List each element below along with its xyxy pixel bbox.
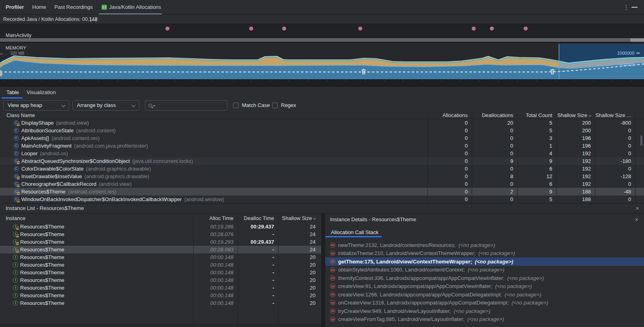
axis-tick <box>636 53 640 53</box>
class-name: WindowOnBackInvokedDispatcher$OnBackInvo… <box>21 195 182 203</box>
column-total-count[interactable]: Total Count <box>517 112 556 119</box>
vertical-scrollbar[interactable] <box>640 135 642 146</box>
shallow-size-value: 192 <box>556 165 595 173</box>
allocation-event-dot[interactable] <box>282 27 286 31</box>
tab-home[interactable]: Home <box>32 0 46 14</box>
call-stack-frame[interactable]: m createViewFromTag:885, Landroid/view/L… <box>325 315 644 324</box>
call-stack-frame[interactable]: m newTheme:2132, Landroid/content/res/Re… <box>325 241 644 249</box>
column-alloc-time[interactable]: Alloc Time <box>193 214 237 223</box>
class-package: (android.com.java.profilertester) <box>74 142 148 150</box>
allocation-event-dot[interactable] <box>249 27 253 31</box>
match-case-checkbox[interactable] <box>233 103 239 108</box>
method-icon: m <box>330 317 335 322</box>
instance-row[interactable]: I Resources$Theme 00:00.148 - 20 <box>0 284 321 292</box>
minimize-icon[interactable] <box>632 7 638 8</box>
allocation-event-dot[interactable] <box>524 27 528 31</box>
match-case-label[interactable]: Match Case <box>242 99 270 112</box>
more-options-icon[interactable]: ⋮ <box>623 3 630 11</box>
instance-row[interactable]: I Resources$Theme 00:19.293 00:29.437 24 <box>0 238 321 246</box>
memory-chart-panel[interactable]: MEMORY 320 MB 1000000 500000 <box>0 42 644 79</box>
instance-row[interactable]: I Resources$Theme 00:00.148 - 20 <box>0 261 321 269</box>
arrange-select[interactable]: Arrange by class <box>72 100 139 111</box>
shallow-size-value: 188 <box>556 195 595 203</box>
instance-row[interactable]: I Resources$Theme 00:00.148 - 20 <box>0 269 321 276</box>
call-stack-frame[interactable]: m obtainStyledAttributes:1060, Landroid/… <box>325 266 644 274</box>
column-dealloc-time[interactable]: Dealloc Time <box>237 214 278 223</box>
column-shallow-size[interactable]: Shallow Size <box>278 214 321 223</box>
instance-name: Resources$Theme <box>20 284 64 292</box>
class-name: DisplayShape <box>21 119 54 127</box>
call-stack-frame[interactable]: m themifyContext:336, Landroidx/appcompa… <box>325 274 644 282</box>
separator <box>88 16 89 23</box>
event-track[interactable]: MainActivity <box>0 24 644 38</box>
instance-row[interactable]: I Resources$Theme 00:00.148 - 20 <box>0 276 321 284</box>
call-stack-frame[interactable]: m getTheme:175, Landroid/view/ContextThe… <box>325 257 644 266</box>
panel-footer <box>0 325 321 327</box>
regex-checkbox[interactable] <box>272 103 278 108</box>
class-table-row[interactable]: C AttributionSourceState (android.conten… <box>0 127 644 134</box>
search-field[interactable] <box>145 100 227 111</box>
tab-profiler[interactable]: Profiler <box>6 0 24 14</box>
shallow-size2-value: -128 <box>595 173 635 180</box>
heap-select[interactable]: View app heap <box>3 100 69 111</box>
allocation-event-dot[interactable] <box>472 27 476 31</box>
column-allocations[interactable]: Allocations <box>427 112 472 119</box>
call-stack-frame[interactable]: m createView:1266, Landroidx/appcompat/a… <box>325 290 644 299</box>
frame-package: (<no package>) <box>495 283 532 289</box>
activity-lifecycle-bar[interactable] <box>0 38 644 42</box>
class-table-row[interactable]: C Resources$Theme (android.content.res) … <box>0 188 644 195</box>
instance-icon: I <box>13 224 18 229</box>
tab-table[interactable]: Table <box>6 86 19 98</box>
regex-label[interactable]: Regex <box>281 99 296 112</box>
instance-row[interactable]: I Resources$Theme 00:28.076 - 24 <box>0 230 321 238</box>
zoom-to-fit-icon[interactable]: |↔| <box>89 15 97 23</box>
panel-splitter[interactable] <box>321 214 325 327</box>
call-stack-frame[interactable]: m initializeTheme:210, Landroid/view/Con… <box>325 249 644 258</box>
class-table-row[interactable]: C Choreographer$CallbackRecord (android.… <box>0 180 644 188</box>
class-table-row[interactable]: C InsetDrawable$InsetValue (android.grap… <box>0 173 644 180</box>
instance-row[interactable]: I Resources$Theme 00:00.148 - 20 <box>0 253 321 261</box>
tab-java-kotlin-allocations[interactable]: Java/Kotlin Allocations <box>109 0 161 14</box>
column-deallocations[interactable]: Deallocations <box>472 112 517 119</box>
column-shallow-size-2[interactable]: Shallow Size ... <box>595 112 635 119</box>
scrollbar-gutter <box>635 150 644 157</box>
scrollbar-gutter <box>635 173 644 180</box>
instance-row[interactable]: I Resources$Theme 00:00.148 - 20 <box>0 292 321 299</box>
tab-past-recordings[interactable]: Past Recordings <box>54 0 93 14</box>
tab-visualization[interactable]: Visualization <box>27 86 56 98</box>
allocation-badge-icon <box>16 250 19 253</box>
column-instance[interactable]: Instance <box>0 214 193 223</box>
class-package: (android.window) <box>184 195 224 203</box>
allocation-event-dot[interactable] <box>165 27 169 31</box>
shallow-size-value: 192 <box>556 150 595 157</box>
selection-left-border[interactable] <box>559 44 559 80</box>
close-icon[interactable]: × <box>635 215 638 224</box>
class-table-row[interactable]: C AbstractQueuedSynchronizer$ConditionOb… <box>0 157 644 165</box>
allocations-value: 0 <box>427 134 472 142</box>
allocation-event-dot[interactable] <box>358 27 362 31</box>
method-icon: m <box>330 259 335 264</box>
class-icon-letter: C <box>15 150 17 157</box>
close-icon[interactable]: × <box>636 204 639 213</box>
class-table-row[interactable]: C ColorDrawable$ColorState (android.grap… <box>0 165 644 173</box>
memory-chart[interactable] <box>0 44 644 80</box>
memory-panel-title: MEMORY <box>6 45 26 50</box>
tab-allocation-call-stack[interactable]: Allocation Call Stack <box>331 229 379 235</box>
class-table-row[interactable]: C DisplayShape (android.view) 0 20 5 200… <box>0 119 644 127</box>
class-table-row[interactable]: C ApkAssets[] (android.content.res) 0 0 … <box>0 134 644 142</box>
class-table-row[interactable]: C Looper (android.os) 0 0 4 192 0 <box>0 150 644 157</box>
class-table-row[interactable]: C WindowOnBackInvokedDispatcher$OnBackIn… <box>0 195 644 203</box>
call-stack-frame[interactable]: m tryCreateView:949, Landroid/view/Layou… <box>325 307 644 315</box>
call-stack-frame[interactable]: m createView:91, Landroidx/appcompat/app… <box>325 282 644 291</box>
column-shallow-size-label: Shallow Size <box>557 112 587 118</box>
instance-row[interactable]: I Resources$Theme 00:00.148 - 20 <box>0 299 321 307</box>
instance-row[interactable]: I Resources$Theme 00:19.286 00:29.437 24 <box>0 223 321 230</box>
search-input[interactable] <box>156 102 224 109</box>
column-shallow-size[interactable]: Shallow Size <box>556 112 595 119</box>
class-package: (android.content.res) <box>68 188 116 195</box>
class-table-row[interactable]: C MainActivityFragment (android.com.java… <box>0 142 644 150</box>
column-class-name[interactable]: Class Name <box>0 112 427 119</box>
call-stack-frame[interactable]: m onCreateView:1316, Landroidx/appcompat… <box>325 299 644 307</box>
allocation-event-dot[interactable] <box>490 27 494 31</box>
instance-row[interactable]: I Resources$Theme 00:28.083 - 24 <box>0 246 321 253</box>
